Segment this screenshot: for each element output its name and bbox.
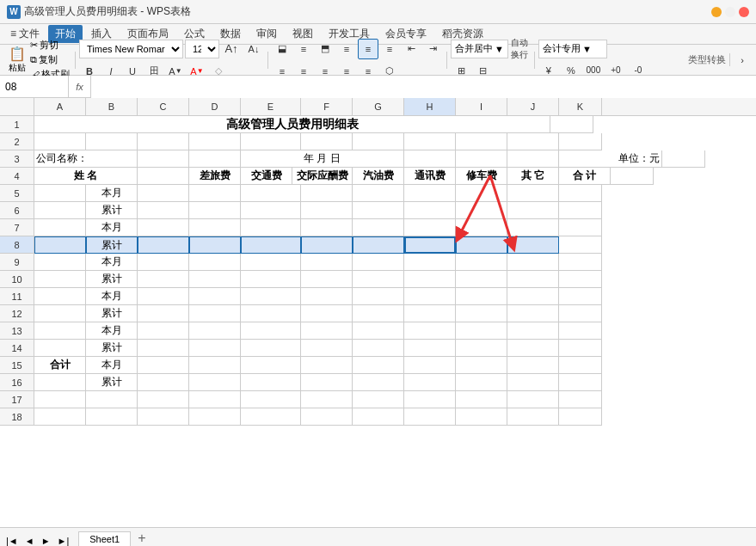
cell-9a[interactable] [34,254,86,271]
cell-14b[interactable]: 累计 [86,340,138,357]
cell-11h[interactable] [404,288,456,305]
cell-7d[interactable] [189,219,241,236]
cell-4j[interactable]: 合 计 [559,168,611,185]
cell-10g[interactable] [353,271,404,288]
close-btn[interactable] [739,7,749,17]
row-header-5[interactable]: 5 [0,185,34,202]
row-header-10[interactable]: 10 [0,271,34,288]
row-header-1[interactable]: 1 [0,116,34,133]
copy-btn[interactable]: ⧉复制 [30,53,70,66]
cell-7c[interactable] [138,219,189,236]
cell-16e[interactable] [241,374,301,391]
cell-7g[interactable] [353,219,404,236]
cell-14a[interactable] [34,340,86,357]
cell-8j[interactable] [507,236,559,254]
cell-5c[interactable] [138,185,189,202]
row-header-14[interactable]: 14 [0,340,34,357]
cell-15k[interactable] [559,357,602,374]
cell-11d[interactable] [189,288,241,305]
auto-wrap-btn[interactable]: 自动换行 [510,39,531,59]
row-header-16[interactable]: 16 [0,374,34,391]
cell-8a[interactable] [34,236,86,254]
col-header-G[interactable]: G [353,98,404,115]
cell-5g[interactable] [353,185,404,202]
first-sheet-btn[interactable]: |◄ [3,536,21,546]
align-center-top-btn[interactable]: ≡ [293,39,314,59]
cell-13a[interactable] [34,322,86,340]
align-right-top-btn[interactable]: ⬒ [315,39,335,59]
cell-14g[interactable] [353,340,404,357]
cell-2f[interactable] [301,133,353,150]
cell-9h[interactable] [404,254,456,271]
cell-8i[interactable] [456,236,507,254]
cell-10f[interactable] [301,271,353,288]
align-left-btn[interactable]: ≡ [336,39,357,59]
cell-12f[interactable] [301,305,353,322]
cell-13h[interactable] [404,322,456,340]
col-header-B[interactable]: B [86,98,138,115]
cell-3f[interactable] [404,150,456,168]
row-header-17[interactable]: 17 [0,391,34,408]
cell-12g[interactable] [353,305,404,322]
row-header-4[interactable]: 4 [0,168,34,185]
cell-17g[interactable] [353,391,404,408]
cell-8d[interactable] [189,236,241,254]
cell-9j[interactable] [507,254,559,271]
cell-13d[interactable] [189,322,241,340]
cell-5f[interactable] [301,185,353,202]
cell-11j[interactable] [507,288,559,305]
cell-3c[interactable] [189,150,241,168]
cell-6k[interactable] [559,202,602,219]
row-header-2[interactable]: 2 [0,133,34,150]
cell-6i[interactable] [456,202,507,219]
cell-3g[interactable] [456,150,507,168]
cell-15e[interactable] [241,357,301,374]
cell-12a[interactable] [34,305,86,322]
cell-10a[interactable] [34,271,86,288]
row-header-12[interactable]: 12 [0,305,34,322]
cell-18d[interactable] [189,408,241,426]
toolbar-more-btn[interactable]: › [732,50,753,71]
cell-16k[interactable] [559,374,602,391]
cell-17f[interactable] [301,391,353,408]
cell-10k[interactable] [559,271,602,288]
row-header-15[interactable]: 15 [0,357,34,374]
cell-6f[interactable] [301,202,353,219]
cell-10i[interactable] [456,271,507,288]
cell-9f[interactable] [301,254,353,271]
cut-btn[interactable]: ✂剪切 [30,39,70,52]
col-header-E[interactable]: E [241,98,301,115]
cell-2e[interactable] [241,133,301,150]
cell-2j[interactable] [507,133,559,150]
cell-2b[interactable] [86,133,138,150]
sheet-tab-1[interactable]: Sheet1 [78,531,131,546]
cell-6c[interactable] [138,202,189,219]
col-header-C[interactable]: C [138,98,189,115]
cell-1k[interactable] [550,116,593,133]
cell-16j[interactable] [507,374,559,391]
col-header-F[interactable]: F [301,98,353,115]
cell-10j[interactable] [507,271,559,288]
cell-7f[interactable] [301,219,353,236]
cell-16f[interactable] [301,374,353,391]
row-header-13[interactable]: 13 [0,322,34,340]
cell-4f[interactable]: 汽油费 [353,168,404,185]
indent-dec-btn[interactable]: ⇤ [401,39,421,59]
cell-13i[interactable] [456,322,507,340]
cell-15j[interactable] [507,357,559,374]
cell-4b-empty[interactable] [138,168,189,185]
cell-16b[interactable]: 累计 [86,374,138,391]
cell-18c[interactable] [138,408,189,426]
cell-14c[interactable] [138,340,189,357]
indent-inc-btn[interactable]: ⇥ [422,39,443,59]
cell-17c[interactable] [138,391,189,408]
cell-15h[interactable] [404,357,456,374]
cell-8g[interactable] [353,236,404,254]
cell-5d[interactable] [189,185,241,202]
cell-6g[interactable] [353,202,404,219]
row-header-8[interactable]: 8 [0,236,34,254]
cell-10b[interactable]: 累计 [86,271,138,288]
align-left-top-btn[interactable]: ⬓ [272,39,292,59]
cell-3a[interactable]: 公司名称： [34,150,138,168]
align-center-btn[interactable]: ≡ [358,39,378,59]
